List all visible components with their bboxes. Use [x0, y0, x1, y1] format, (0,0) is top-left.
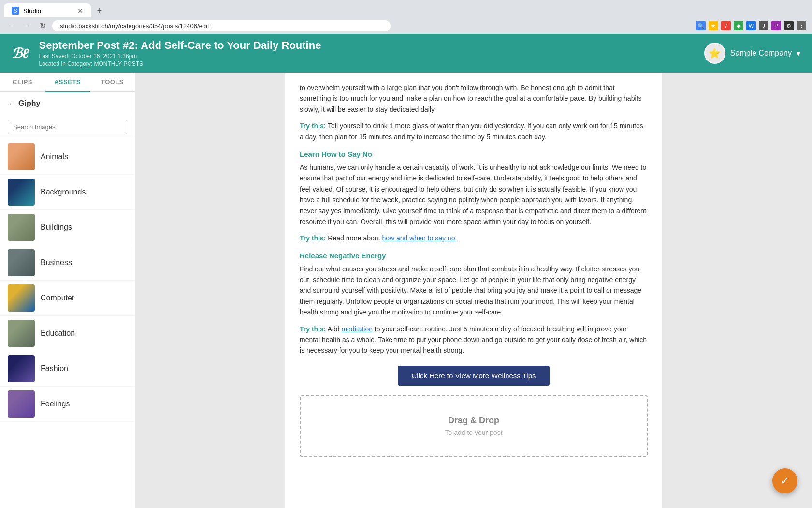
tab-title: Studio: [23, 7, 41, 15]
tab-favicon: S: [12, 7, 19, 15]
list-item[interactable]: Education: [0, 316, 135, 351]
tab-clips[interactable]: CLIPS: [0, 73, 45, 91]
reload-button[interactable]: ↻: [37, 20, 48, 31]
section-heading-say-no: Learn How to Say No: [300, 150, 648, 158]
ext-icon-7[interactable]: P: [771, 21, 781, 30]
tab-assets[interactable]: ASSETS: [45, 73, 90, 92]
chevron-down-icon: ▾: [797, 49, 800, 58]
category-thumb-business: [8, 249, 35, 276]
address-bar: ← → ↻ studio.backstit.ch/my/categories/3…: [0, 17, 812, 34]
category-thumb-animals: [8, 143, 35, 170]
list-item[interactable]: Business: [0, 245, 135, 281]
category-thumb-fashion: [8, 355, 35, 382]
category-thumb-backgrounds: [8, 179, 35, 206]
search-input[interactable]: [8, 120, 127, 134]
post-paragraph-try2: Try this: Read more about how and when t…: [300, 233, 648, 243]
category-location: Located in Category: MONTHLY POSTS: [39, 60, 704, 67]
category-list: Animals Backgrounds Buildings Business C…: [0, 139, 135, 422]
wellness-tips-button[interactable]: Click Here to View More Wellness Tips: [398, 366, 549, 386]
list-item[interactable]: Backgrounds: [0, 175, 135, 210]
drag-drop-area[interactable]: Drag & Drop To add to your post: [300, 395, 648, 457]
drag-drop-title: Drag & Drop: [320, 416, 627, 426]
active-tab[interactable]: S Studio ✕: [4, 3, 91, 18]
category-thumb-feelings: [8, 390, 35, 418]
back-to-giphy[interactable]: ← Giphy: [0, 92, 135, 115]
try-this-label-2: Try this:: [300, 234, 326, 242]
sidebar-tabs: CLIPS ASSETS TOOLS: [0, 73, 135, 92]
post-paragraph-1: to overwhelm yourself with a large plan …: [300, 82, 648, 115]
ext-icon-2[interactable]: ★: [709, 21, 718, 30]
category-label-education: Education: [41, 329, 75, 338]
avatar: ⭐: [704, 43, 725, 64]
category-label-buildings: Buildings: [41, 223, 72, 232]
url-bar[interactable]: studio.backstit.ch/my/categories/354/pos…: [52, 20, 391, 31]
category-label-feelings: Feelings: [41, 400, 70, 408]
ext-icon-5[interactable]: W: [746, 21, 756, 30]
url-text: studio.backstit.ch/my/categories/354/pos…: [60, 22, 209, 30]
tab-close-button[interactable]: ✕: [77, 7, 83, 15]
meditation-link[interactable]: meditation: [341, 325, 373, 333]
back-arrow-icon: ←: [8, 99, 15, 108]
ext-icon-4[interactable]: ◆: [734, 21, 743, 30]
post-paragraph-release: Find out what causes you stress and make…: [300, 264, 648, 318]
list-item[interactable]: Fashion: [0, 351, 135, 387]
ext-icon-3[interactable]: 7: [721, 21, 731, 30]
category-label-computer: Computer: [41, 294, 74, 302]
tab-bar: S Studio ✕ +: [0, 0, 812, 17]
category-label-business: Business: [41, 258, 72, 267]
category-thumb-computer: [8, 284, 35, 312]
search-bar: [0, 115, 135, 139]
back-label: Giphy: [18, 99, 40, 108]
say-no-link[interactable]: how and when to say no.: [382, 234, 457, 242]
ext-icon-1[interactable]: 🔍: [696, 21, 706, 30]
list-item[interactable]: Computer: [0, 281, 135, 316]
section-heading-release: Release Negative Energy: [300, 252, 648, 260]
forward-button[interactable]: →: [21, 20, 33, 31]
list-item[interactable]: Buildings: [0, 210, 135, 245]
company-selector[interactable]: ⭐ Sample Company ▾: [704, 43, 800, 64]
sidebar: CLIPS ASSETS TOOLS ← Giphy Animals Backg…: [0, 73, 135, 508]
list-item[interactable]: Animals: [0, 139, 135, 175]
app-header: ℬℓ September Post #2: Add Self-Care to Y…: [0, 34, 812, 73]
category-thumb-buildings: [8, 214, 35, 241]
post-paragraph-try1: Try this: Tell yourself to drink 1 more …: [300, 120, 648, 142]
list-item[interactable]: Feelings: [0, 387, 135, 422]
category-label-backgrounds: Backgrounds: [41, 188, 86, 196]
app-logo: ℬℓ: [12, 45, 29, 61]
try-this-label-1: Try this:: [300, 122, 326, 130]
last-saved: Last Saved: October 26, 2021 1:36pm: [39, 53, 704, 60]
try-this-label-3: Try this:: [300, 325, 326, 333]
ext-icon-8[interactable]: ⚙: [784, 21, 794, 30]
back-button[interactable]: ←: [6, 20, 17, 31]
ext-icon-6[interactable]: J: [759, 21, 768, 30]
post-container: to overwhelm yourself with a large plan …: [285, 73, 662, 508]
company-name: Sample Company: [730, 49, 792, 58]
header-title-area: September Post #2: Add Self-Care to Your…: [39, 39, 704, 67]
post-paragraph-sayno: As humans, we can only handle a certain …: [300, 162, 648, 227]
drag-drop-subtitle: To add to your post: [320, 429, 627, 436]
new-tab-button[interactable]: +: [93, 4, 106, 17]
main-layout: CLIPS ASSETS TOOLS ← Giphy Animals Backg…: [0, 73, 812, 508]
browser-extensions: 🔍 ★ 7 ◆ W J P ⚙ ⋮: [696, 21, 806, 30]
post-paragraph-try3: Try this: Add meditation to your self-ca…: [300, 324, 648, 356]
content-area: to overwhelm yourself with a large plan …: [135, 73, 812, 508]
page-title: September Post #2: Add Self-Care to Your…: [39, 39, 704, 52]
category-label-fashion: Fashion: [41, 364, 68, 373]
category-label-animals: Animals: [41, 152, 68, 161]
ext-icon-9[interactable]: ⋮: [797, 21, 806, 30]
tab-tools[interactable]: TOOLS: [90, 73, 135, 91]
fab-confirm-button[interactable]: ✓: [772, 468, 798, 493]
browser-chrome: S Studio ✕ + ← → ↻ studio.backstit.ch/my…: [0, 0, 812, 34]
category-thumb-education: [8, 320, 35, 347]
